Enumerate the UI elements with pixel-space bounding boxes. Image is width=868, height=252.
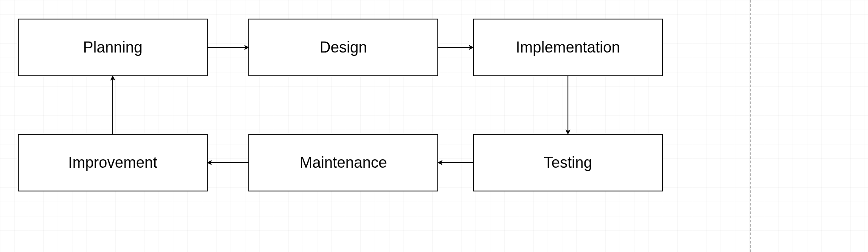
node-planning-label: Planning bbox=[83, 39, 142, 56]
node-testing[interactable]: Testing bbox=[473, 134, 663, 191]
node-implementation-label: Implementation bbox=[516, 39, 620, 56]
node-testing-label: Testing bbox=[544, 154, 592, 172]
node-design-label: Design bbox=[320, 39, 367, 56]
node-improvement-label: Improvement bbox=[68, 154, 157, 172]
node-maintenance[interactable]: Maintenance bbox=[248, 134, 438, 191]
page-break-line bbox=[750, 0, 751, 252]
node-planning[interactable]: Planning bbox=[18, 19, 208, 76]
node-implementation[interactable]: Implementation bbox=[473, 19, 663, 76]
node-maintenance-label: Maintenance bbox=[300, 154, 387, 172]
node-improvement[interactable]: Improvement bbox=[18, 134, 208, 191]
node-design[interactable]: Design bbox=[248, 19, 438, 76]
